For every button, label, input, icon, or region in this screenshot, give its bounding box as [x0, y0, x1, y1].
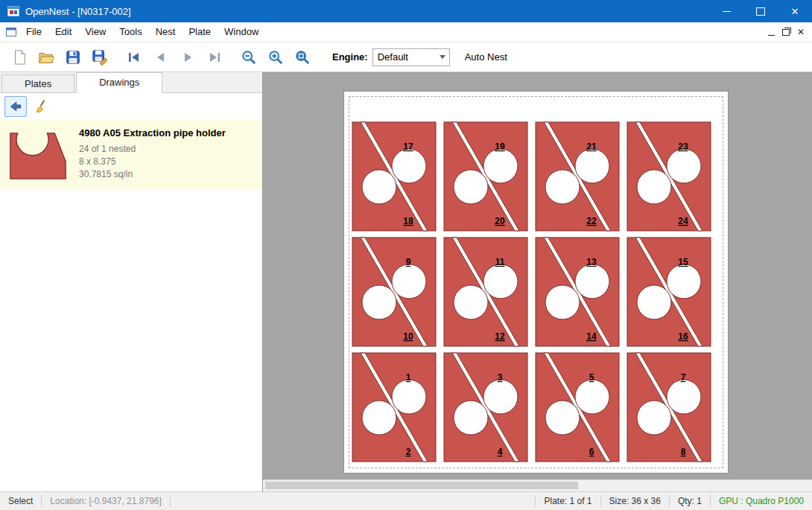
broom-icon [34, 99, 49, 114]
pipe-cutout [362, 170, 396, 204]
pipe-cutout [362, 285, 396, 319]
back-arrow-icon [8, 99, 23, 114]
save-as-button[interactable] [86, 45, 113, 69]
status-qty: Qty: 1 [670, 492, 710, 510]
new-file-icon [11, 49, 28, 66]
part-number: 7 [681, 372, 686, 383]
status-bar: Select Location: [-0.9437, 21.8796] Plat… [0, 491, 812, 510]
go-next-button[interactable] [174, 45, 201, 69]
part-number: 20 [495, 216, 505, 226]
maximize-button[interactable] [743, 0, 778, 22]
clean-button[interactable] [31, 97, 52, 116]
pipe-cutout [637, 170, 671, 204]
nest-pair-block[interactable]: 1920 [444, 122, 527, 231]
return-part-button[interactable] [4, 96, 27, 117]
status-plate: Plate: 1 of 1 [536, 492, 600, 510]
zoom-out-button[interactable] [235, 45, 262, 69]
mdi-minimize-button[interactable] [768, 29, 775, 36]
part-number: 19 [495, 141, 505, 152]
engine-dropdown[interactable]: Default [372, 48, 450, 66]
nest-pair-block[interactable]: 1112 [444, 238, 527, 346]
status-location: Location: [-0.9437, 21.8796] [42, 492, 169, 510]
canvas-horizontal-scrollbar[interactable] [263, 479, 812, 491]
nest-pair-block[interactable]: 1314 [536, 238, 619, 346]
close-button[interactable]: ✕ [778, 0, 812, 22]
nest-pair-block[interactable]: 1718 [352, 122, 436, 231]
menu-window[interactable]: Window [218, 22, 265, 42]
nest-pair-block[interactable]: 2324 [627, 122, 711, 231]
status-mode: Select [0, 492, 41, 510]
pipe-cutout [545, 170, 580, 204]
pipe-cutout [454, 401, 488, 435]
status-size: Size: 36 x 36 [601, 492, 669, 510]
minimize-button[interactable] [709, 0, 743, 22]
nest-pair-block[interactable]: 34 [444, 353, 527, 462]
plate[interactable]: 171819202122232491011121314151612345678 [343, 91, 729, 474]
pipe-cutout [483, 149, 518, 183]
go-first-button[interactable] [121, 45, 148, 69]
pipe-cutout [575, 149, 609, 183]
title-bar: OpenNest - [N0317-002] ✕ [0, 0, 812, 22]
pipe-cutout [637, 285, 671, 319]
menu-nest[interactable]: Nest [149, 22, 183, 42]
child-window-icon[interactable] [6, 28, 16, 36]
left-panel: Plates Drawings [0, 72, 263, 491]
chevron-down-icon [440, 55, 445, 59]
mdi-close-button[interactable]: ✕ [797, 28, 805, 36]
menu-plate[interactable]: Plate [182, 22, 218, 42]
part-number: 5 [589, 372, 594, 383]
tab-drawings[interactable]: Drawings [76, 72, 162, 93]
menu-edit[interactable]: Edit [48, 22, 78, 42]
menu-tools[interactable]: Tools [112, 22, 148, 42]
open-file-button[interactable] [33, 45, 60, 69]
nest-pair-block[interactable]: 12 [352, 353, 436, 462]
part-number: 23 [678, 141, 688, 152]
drawing-thumbnail [6, 126, 70, 182]
nest-pair-block[interactable]: 910 [352, 238, 436, 346]
part-number: 1 [406, 372, 411, 383]
part-number: 9 [406, 257, 411, 267]
save-as-icon [92, 49, 108, 66]
part-number: 15 [678, 257, 688, 267]
drawing-area: 30.7815 sq/in [79, 169, 226, 179]
part-number: 11 [495, 257, 505, 267]
part-number: 2 [406, 447, 411, 457]
part-number: 6 [589, 447, 594, 457]
drawings-toolbar [0, 93, 262, 120]
nest-svg: 171819202122232491011121314151612345678 [344, 92, 728, 473]
go-last-button[interactable] [201, 45, 228, 69]
go-previous-button[interactable] [148, 45, 174, 69]
zoom-fit-button[interactable] [289, 45, 316, 69]
nest-pair-block[interactable]: 2122 [536, 122, 619, 231]
part-number: 17 [403, 141, 413, 152]
drawing-list-item[interactable]: 4980 A05 Extraction pipe holder 24 of 1 … [0, 120, 262, 190]
new-file-button[interactable] [6, 45, 33, 69]
part-number: 10 [403, 331, 413, 342]
nest-pair-block[interactable]: 1516 [627, 238, 711, 346]
nest-pair-block[interactable]: 56 [536, 353, 619, 462]
nest-canvas[interactable]: 171819202122232491011121314151612345678 [263, 72, 812, 479]
tab-plates[interactable]: Plates [1, 74, 74, 92]
menu-view[interactable]: View [78, 22, 112, 42]
auto-nest-button[interactable]: Auto Nest [465, 51, 507, 63]
pipe-cutout [667, 264, 701, 299]
window-title: OpenNest - [N0317-002] [25, 6, 709, 17]
engine-value: Default [378, 51, 408, 63]
pipe-cutout [667, 380, 701, 414]
part-number: 12 [495, 331, 505, 342]
menu-bar: File Edit View Tools Nest Plate Window ✕ [0, 22, 812, 42]
open-folder-icon [37, 49, 55, 66]
drawing-nested-count: 24 of 1 nested [79, 144, 226, 154]
scrollbar-thumb[interactable] [265, 482, 578, 489]
go-last-icon [206, 50, 223, 65]
zoom-in-button[interactable] [262, 45, 289, 69]
zoom-in-icon [267, 49, 284, 66]
save-button[interactable] [60, 45, 86, 69]
pipe-cutout [545, 285, 580, 319]
engine-label: Engine: [332, 51, 368, 63]
mdi-restore-button[interactable] [782, 29, 790, 36]
zoom-fit-icon [294, 49, 311, 66]
menu-file[interactable]: File [19, 22, 48, 42]
nest-pair-block[interactable]: 78 [627, 353, 711, 462]
mdi-minimize-icon [768, 35, 775, 36]
